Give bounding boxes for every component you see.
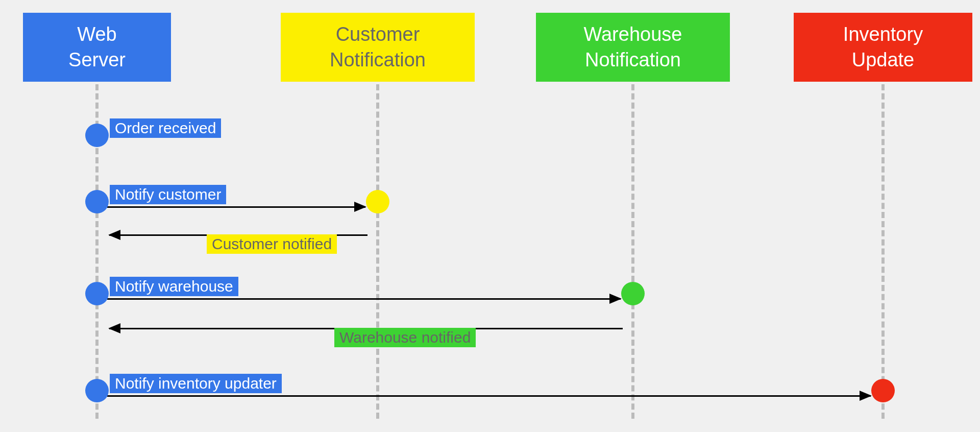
arrow-head-msg-notify-inventory: [860, 391, 872, 401]
lane-header-inventory-update: InventoryUpdate: [794, 13, 972, 82]
lifeline-warehouse-notification: [631, 84, 634, 419]
event-label-order-received: Order received: [110, 118, 221, 138]
message-msg-notify-inventory: [107, 395, 871, 397]
message-label-msg-warehouse-notified: Warehouse notified: [334, 328, 476, 347]
message-msg-notify-warehouse: [107, 298, 621, 300]
lane-header-customer-notification: CustomerNotification: [281, 13, 475, 82]
event-circle-order-received: [85, 124, 109, 147]
message-label-msg-customer-notified: Customer notified: [207, 234, 337, 254]
lane-header-warehouse-notification: WarehouseNotification: [536, 13, 730, 82]
message-msg-notify-customer: [107, 206, 365, 208]
event-label-notify-inventory: Notify inventory updater: [110, 374, 282, 393]
event-circle-inventory-hit: [871, 379, 895, 402]
event-circle-notify-inventory: [85, 379, 109, 402]
event-circle-notify-customer: [85, 190, 109, 213]
event-label-notify-customer: Notify customer: [110, 185, 226, 204]
lifeline-inventory-update: [881, 84, 885, 419]
lane-header-web-server: WebServer: [23, 13, 171, 82]
arrow-head-msg-notify-customer: [354, 202, 366, 212]
arrow-head-msg-warehouse-notified: [108, 323, 120, 333]
lifeline-customer-notification: [376, 84, 379, 419]
arrow-head-msg-notify-warehouse: [609, 294, 622, 304]
event-label-notify-warehouse: Notify warehouse: [110, 277, 238, 296]
arrow-head-msg-customer-notified: [108, 230, 120, 240]
event-circle-customer-hit: [366, 190, 389, 213]
event-circle-warehouse-hit: [621, 282, 645, 305]
event-circle-notify-warehouse: [85, 282, 109, 305]
